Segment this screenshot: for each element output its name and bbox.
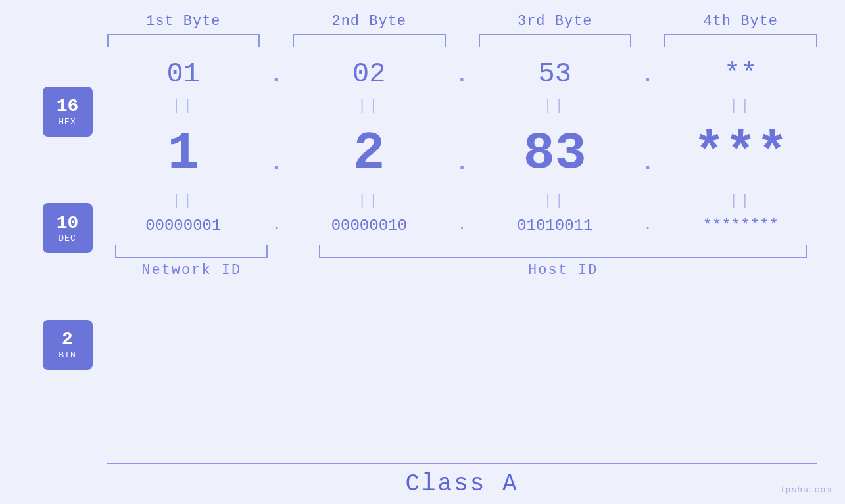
bin-sep-3: . xyxy=(631,212,664,242)
dec-val-2: 2 xyxy=(293,117,446,190)
dbar-1: || xyxy=(107,95,260,117)
dec-sep-3: . xyxy=(631,131,664,175)
dbar2-3: || xyxy=(479,190,632,212)
badge-dec: 10 DEC xyxy=(43,203,93,253)
badge-dec-label: DEC xyxy=(59,233,76,243)
dbar2-2: || xyxy=(293,190,446,212)
dec-row: 1 . 2 . 83 . *** xyxy=(107,117,817,190)
hex-val-1: 01 xyxy=(107,47,260,95)
hex-val-2: 02 xyxy=(293,47,446,95)
host-bracket xyxy=(319,245,807,258)
bin-val-4: ******** xyxy=(664,212,817,242)
bin-val-2: 00000010 xyxy=(293,212,446,242)
byte-label-1: 1st Byte xyxy=(107,13,260,30)
badge-bin-label: BIN xyxy=(59,350,76,360)
bin-val-1: 00000001 xyxy=(107,212,260,242)
top-bracket-3 xyxy=(479,34,632,47)
badge-dec-number: 10 xyxy=(57,214,79,234)
dbar-hex-dec: || || || || xyxy=(107,95,817,117)
bin-val-3: 01010011 xyxy=(479,212,632,242)
badge-hex: 16 HEX xyxy=(43,87,93,137)
dbar2-4: || xyxy=(664,190,817,212)
dbar2-1: || xyxy=(107,190,260,212)
class-divider xyxy=(107,463,817,464)
host-id-label: Host ID xyxy=(309,262,817,279)
hex-sep-1: . xyxy=(260,49,293,94)
top-bracket-1 xyxy=(107,34,260,47)
bin-sep-2: . xyxy=(446,212,479,242)
byte-label-3: 3rd Byte xyxy=(479,13,632,30)
badge-bin-number: 2 xyxy=(62,330,73,350)
top-bracket-4 xyxy=(664,34,817,47)
network-bracket xyxy=(115,245,268,258)
dbar-2: || xyxy=(293,95,446,117)
hex-sep-3: . xyxy=(631,49,664,94)
byte-label-2: 2nd Byte xyxy=(293,13,446,30)
dbar-3: || xyxy=(479,95,632,117)
main-container: 1st Byte 2nd Byte 3rd Byte 4th Byte 16 H… xyxy=(0,0,845,504)
dec-val-1: 1 xyxy=(107,117,260,190)
top-bracket-2 xyxy=(293,34,446,47)
hex-row: 01 . 02 . 53 . ** xyxy=(107,47,817,95)
hex-val-3: 53 xyxy=(479,47,632,95)
dbar-4: || xyxy=(664,95,817,117)
hex-sep-2: . xyxy=(446,49,479,94)
badge-hex-label: HEX xyxy=(59,117,76,127)
dec-sep-1: . xyxy=(260,131,293,175)
badge-hex-number: 16 xyxy=(57,97,79,117)
dec-val-3: 83 xyxy=(479,117,632,190)
hex-val-4: ** xyxy=(664,47,817,95)
dbar-dec-bin: || || || || xyxy=(107,190,817,212)
watermark: ipshu.com xyxy=(780,485,832,495)
badge-bin: 2 BIN xyxy=(43,320,93,370)
byte-label-4: 4th Byte xyxy=(664,13,817,30)
bin-row: 00000001 . 00000010 . 01010011 . *******… xyxy=(107,212,817,242)
network-id-label: Network ID xyxy=(107,262,277,279)
dec-sep-2: . xyxy=(446,131,479,175)
class-label: Class A xyxy=(107,470,817,497)
dec-val-4: *** xyxy=(664,117,817,190)
bin-sep-1: . xyxy=(260,212,293,242)
